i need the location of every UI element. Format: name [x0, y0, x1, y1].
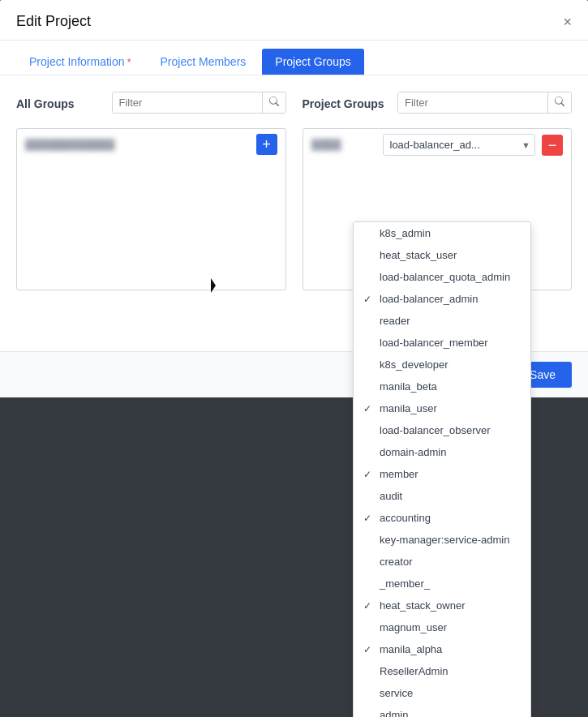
dropdown-item-load-balancer_member[interactable]: load-balancer_member [354, 332, 530, 354]
list-item[interactable]: ████████████ + [17, 129, 285, 160]
role-dropdown: k8s_admin heat_stack_user load-balancer_… [353, 221, 531, 717]
all-groups-filter-button[interactable] [262, 92, 285, 113]
project-group-name: ████ [311, 139, 376, 151]
tab-project-groups[interactable]: Project Groups [262, 49, 363, 75]
all-groups-header-row: All Groups [16, 92, 286, 122]
dropdown-item-heat_stack_owner[interactable]: ✓ heat_stack_owner [354, 595, 530, 616]
dropdown-item-manila_beta[interactable]: manila_beta [354, 376, 530, 397]
dropdown-item-manila_alpha[interactable]: ✓ manila_alpha [354, 638, 530, 660]
dropdown-item-k8s_admin[interactable]: k8s_admin [354, 222, 530, 244]
search-icon [269, 97, 279, 106]
dropdown-item-domain-admin[interactable]: domain-admin [354, 441, 530, 463]
modal-body: All Groups ████████████ + [0, 75, 588, 351]
dropdown-item-load-balancer_observer[interactable]: load-balancer_observer [354, 419, 530, 441]
dropdown-item-creator[interactable]: creator [354, 551, 530, 573]
dropdown-item-magnum_user[interactable]: magnum_user [354, 616, 530, 638]
dropdown-item-accounting[interactable]: ✓ accounting [354, 507, 530, 529]
dropdown-item-service[interactable]: service [354, 682, 530, 704]
group-name: ████████████ [25, 139, 256, 151]
project-groups-filter-button[interactable] [547, 92, 571, 113]
remove-group-button[interactable]: − [542, 135, 563, 156]
dropdown-item-admin[interactable]: admin [354, 704, 530, 717]
project-groups-header-row: Project Groups [303, 92, 573, 122]
all-groups-filter[interactable] [112, 92, 286, 114]
dropdown-item-load-balancer_quota_admin[interactable]: load-balancer_quota_admin [354, 266, 530, 288]
add-group-button[interactable]: + [256, 134, 277, 155]
dropdown-item-manila_user[interactable]: ✓ manila_user [354, 397, 530, 419]
dropdown-item-k8s_developer[interactable]: k8s_developer [354, 354, 530, 376]
dropdown-item-key-manager-service-admin[interactable]: key-manager:service-admin [354, 529, 530, 551]
all-groups-label: All Groups [16, 97, 75, 110]
edit-project-modal: Edit Project × Project Information * Pro… [0, 0, 588, 397]
dropdown-item-audit[interactable]: audit [354, 485, 530, 507]
role-select-container[interactable]: load-balancer_ad... ▼ [383, 134, 536, 156]
search-icon [555, 97, 564, 106]
dropdown-item-heat_stack_user[interactable]: heat_stack_user [354, 244, 530, 266]
modal-title: Edit Project [16, 13, 91, 30]
dropdown-item-ResellerAdmin[interactable]: ResellerAdmin [354, 660, 530, 682]
tab-project-information[interactable]: Project Information * [16, 49, 144, 75]
dropdown-item-member[interactable]: ✓ member [354, 463, 530, 485]
project-groups-filter-input[interactable] [398, 92, 547, 113]
all-groups-panel: All Groups ████████████ + [16, 92, 286, 335]
dropdown-item-reader[interactable]: reader [354, 310, 530, 332]
project-groups-filter[interactable] [397, 92, 572, 114]
tabs-bar: Project Information * Project Members Pr… [0, 41, 588, 75]
all-groups-list: ████████████ + [16, 128, 286, 290]
tab-project-members[interactable]: Project Members [148, 49, 260, 75]
dropdown-item-_member_[interactable]: _member_ [354, 573, 530, 595]
all-groups-filter-input[interactable] [113, 92, 262, 113]
project-group-item: ████ load-balancer_ad... ▼ − [303, 129, 572, 161]
close-button[interactable]: × [563, 15, 572, 29]
role-select[interactable]: load-balancer_ad... [383, 134, 536, 156]
modal-header: Edit Project × [0, 0, 588, 41]
dropdown-item-load-balancer_admin[interactable]: ✓ load-balancer_admin [354, 288, 530, 310]
project-groups-label: Project Groups [303, 97, 384, 110]
